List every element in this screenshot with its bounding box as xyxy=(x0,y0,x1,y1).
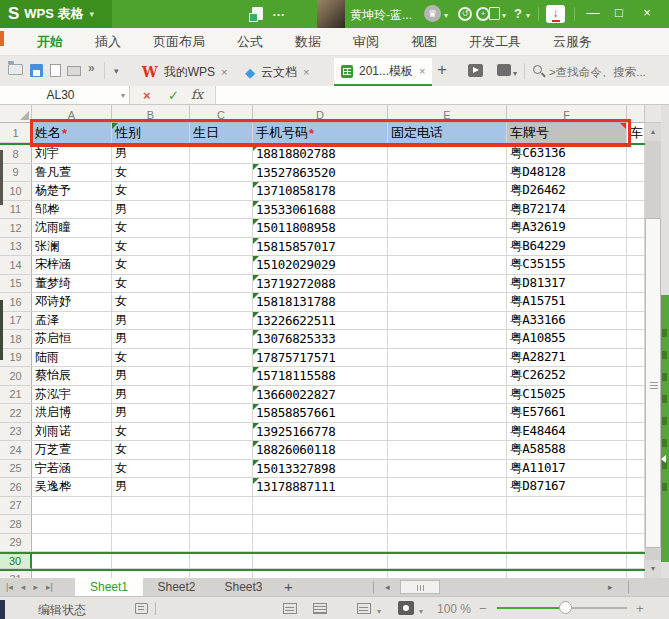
row-header-24[interactable]: 24 xyxy=(0,441,32,460)
row-header-11[interactable]: 11 xyxy=(0,201,32,220)
feedback-circle-icon[interactable]: ↺ xyxy=(458,7,472,21)
minimize-button[interactable]: — xyxy=(584,5,602,20)
cell[interactable] xyxy=(388,571,507,579)
cell-phone[interactable]: 15818131788 xyxy=(253,293,388,312)
cell-phone[interactable]: 15013327898 xyxy=(253,460,388,479)
cell-plate[interactable]: 粤D81317 xyxy=(507,275,627,294)
confirm-icon[interactable]: ✓ xyxy=(168,88,179,103)
row-header-26[interactable]: 26 xyxy=(0,478,32,497)
chevron-down-icon[interactable]: ▾ xyxy=(419,607,423,616)
close-button[interactable]: × xyxy=(638,5,656,20)
cell[interactable] xyxy=(32,534,112,553)
cell[interactable] xyxy=(112,534,190,553)
side-panel-toggle[interactable] xyxy=(661,295,669,562)
cell-landline[interactable] xyxy=(388,256,507,275)
cell[interactable] xyxy=(388,554,507,569)
cell-sex[interactable]: 女 xyxy=(112,349,190,368)
cell-landline[interactable] xyxy=(388,164,507,183)
document-tab[interactable]: ◆云文档× xyxy=(238,58,316,86)
cell[interactable] xyxy=(112,515,190,534)
menu-tab-7[interactable]: 视图 xyxy=(411,33,437,51)
cell[interactable] xyxy=(627,404,645,423)
cell-sex[interactable]: 男 xyxy=(112,330,190,349)
chevron-down-icon[interactable]: ▾ xyxy=(377,607,381,616)
cell[interactable] xyxy=(627,478,645,497)
cell-birthday[interactable] xyxy=(190,145,253,164)
cell-sex[interactable]: 女 xyxy=(112,441,190,460)
cell-phone[interactable]: 18826060118 xyxy=(253,441,388,460)
cell[interactable] xyxy=(253,571,388,579)
close-icon[interactable]: × xyxy=(419,65,425,77)
cell[interactable] xyxy=(627,164,645,183)
cell-birthday[interactable] xyxy=(190,219,253,238)
cell-plate[interactable]: 粤C26252 xyxy=(507,367,627,386)
cell[interactable] xyxy=(112,497,190,516)
cell-name[interactable]: 苏泓宇 xyxy=(32,386,112,405)
cell-plate[interactable]: 粤A32619 xyxy=(507,219,627,238)
cell-plate[interactable]: 粤E57661 xyxy=(507,404,627,423)
cell[interactable] xyxy=(112,571,190,579)
cell-name[interactable]: 董梦绮 xyxy=(32,275,112,294)
add-sheet-button[interactable]: + xyxy=(284,578,293,595)
menu-tab-2[interactable]: 插入 xyxy=(95,33,121,51)
insert-function-icon[interactable]: fx xyxy=(191,87,203,102)
close-icon[interactable]: × xyxy=(303,66,309,78)
export-icon[interactable] xyxy=(50,64,61,77)
cell-name[interactable]: 杨楚予 xyxy=(32,182,112,201)
header-cell-partial[interactable]: 车 xyxy=(627,123,645,143)
open-file-icon[interactable] xyxy=(8,64,23,75)
cancel-icon[interactable]: × xyxy=(143,88,151,103)
cell[interactable] xyxy=(627,441,645,460)
cell-landline[interactable] xyxy=(388,349,507,368)
header-cell[interactable]: 姓名* xyxy=(32,123,112,143)
cell-landline[interactable] xyxy=(388,330,507,349)
cell-birthday[interactable] xyxy=(190,256,253,275)
cell-birthday[interactable] xyxy=(190,238,253,257)
cell[interactable] xyxy=(507,554,627,569)
cell-landline[interactable] xyxy=(388,460,507,479)
cell[interactable] xyxy=(190,554,253,569)
cell-landline[interactable] xyxy=(388,275,507,294)
cell-landline[interactable] xyxy=(388,423,507,442)
cell[interactable] xyxy=(627,312,645,331)
cell-landline[interactable] xyxy=(388,312,507,331)
cell-landline[interactable] xyxy=(388,404,507,423)
menu-tab-6[interactable]: 审阅 xyxy=(353,33,379,51)
user-avatar[interactable] xyxy=(317,0,345,28)
row-header-1[interactable]: 1 xyxy=(0,123,32,143)
formula-input[interactable] xyxy=(215,86,669,104)
name-box-value[interactable]: AL30 xyxy=(0,88,121,102)
cell[interactable] xyxy=(190,515,253,534)
cell-name[interactable]: 沈雨瞳 xyxy=(32,219,112,238)
cell-plate[interactable]: 粤C15025 xyxy=(507,386,627,405)
row-header-28[interactable]: 28 xyxy=(0,515,32,534)
cell-birthday[interactable] xyxy=(190,201,253,220)
cell[interactable] xyxy=(32,554,112,569)
page-break-view-icon[interactable] xyxy=(313,603,327,614)
cell-landline[interactable] xyxy=(388,367,507,386)
cell-phone[interactable]: 15102029029 xyxy=(253,256,388,275)
cell[interactable] xyxy=(627,330,645,349)
cell-birthday[interactable] xyxy=(190,330,253,349)
cell[interactable] xyxy=(627,256,645,275)
row-header-15[interactable]: 15 xyxy=(0,275,32,294)
next-sheet-icon[interactable]: ▸ xyxy=(33,582,38,592)
header-cell[interactable]: 生日 xyxy=(190,123,253,143)
command-search-input[interactable]: >查找命令、搜索... xyxy=(549,65,646,80)
cell-phone[interactable]: 15858857661 xyxy=(253,404,388,423)
cell-sex[interactable]: 女 xyxy=(112,256,190,275)
cell[interactable] xyxy=(388,534,507,553)
scroll-down-icon[interactable]: ▾ xyxy=(645,560,661,578)
document-icon[interactable] xyxy=(252,7,263,20)
row-header-31[interactable]: 31 xyxy=(0,571,32,579)
cell-name[interactable]: 刘雨诺 xyxy=(32,423,112,442)
sheet-tab-sheet1[interactable]: Sheet1 xyxy=(75,578,143,596)
cell[interactable] xyxy=(253,534,388,553)
cell-phone[interactable]: 15815857017 xyxy=(253,238,388,257)
header-cell[interactable]: 车牌号 xyxy=(507,123,627,143)
cell-plate[interactable]: 粤C35155 xyxy=(507,256,627,275)
cell[interactable] xyxy=(627,386,645,405)
print-icon[interactable] xyxy=(67,66,81,76)
cell-phone[interactable]: 18818802788 xyxy=(253,145,388,164)
cell-birthday[interactable] xyxy=(190,275,253,294)
